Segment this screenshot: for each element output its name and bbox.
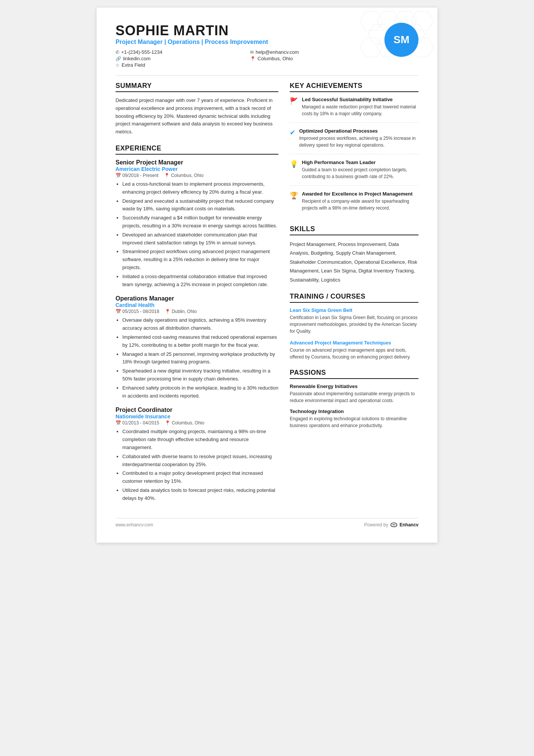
calendar-icon-1: 📅 — [116, 173, 121, 178]
list-item: Streamlined project workflows using adva… — [122, 248, 278, 271]
avatar-initials: SM — [393, 34, 409, 46]
list-item: Coordinated multiple ongoing projects, m… — [122, 428, 278, 451]
email-value: help@enhancv.com — [256, 49, 299, 55]
training-1-title: Lean Six Sigma Green Belt — [290, 307, 418, 313]
list-item: Collaborated with diverse teams to resol… — [122, 453, 278, 469]
powered-by-text: Powered by — [364, 522, 388, 527]
resume-header: SOPHIE MARTIN Project Manager | Operatio… — [116, 23, 418, 68]
skills-text: Project Management, Process Improvement,… — [290, 240, 418, 284]
achievements-title: KEY ACHIEVEMENTS — [290, 82, 418, 92]
list-item: Utilized data analytics tools to forecas… — [122, 487, 278, 502]
achievement-1-desc: Managed a waste reduction project that l… — [302, 103, 418, 117]
passion-1-desc: Passionate about implementing sustainabl… — [290, 390, 418, 404]
achievement-2-desc: Improved process workflows, achieving a … — [299, 135, 418, 149]
achievements-list: 🚩 Led Successful Sustainability Initiati… — [290, 97, 418, 217]
job-1-title: Senior Project Manager — [116, 159, 278, 166]
list-item: Initiated a cross-departmental collabora… — [122, 273, 278, 289]
location-icon: 📍 — [250, 56, 256, 61]
linkedin-value: linkedin.com — [123, 56, 150, 61]
header-divider — [116, 75, 418, 76]
passion-1-title: Renewable Energy Initiatives — [290, 383, 418, 389]
location-value: Columbus, Ohio — [258, 56, 293, 61]
resume-footer: www.enhancv.com Powered by Enhancv — [116, 518, 418, 527]
pin-icon-3: 📍 — [165, 420, 170, 426]
candidate-title: Project Manager | Operations | Process I… — [116, 39, 373, 45]
job-1-bullets: Led a cross-functional team to implement… — [116, 180, 278, 288]
job-3-bullets: Coordinated multiple ongoing projects, m… — [116, 428, 278, 502]
achievement-1-title: Led Successful Sustainability Initiative — [302, 97, 418, 102]
contact-info: ✆ +1-(234)-555-1234 ✉ help@enhancv.com 🔗… — [116, 49, 373, 68]
achievement-2: ✔ Optimized Operational Processes Improv… — [290, 128, 418, 154]
passions-title: PASSIONS — [290, 369, 418, 379]
achievement-3-desc: Guided a team to exceed project completi… — [302, 166, 418, 180]
passion-1: Renewable Energy Initiatives Passionate … — [290, 383, 418, 404]
list-item: Led a cross-functional team to implement… — [122, 180, 278, 196]
pin-icon-1: 📍 — [164, 173, 170, 178]
bulb-icon: 💡 — [290, 160, 298, 180]
candidate-name: SOPHIE MARTIN — [116, 23, 373, 39]
achievement-4-title: Awarded for Excellence in Project Manage… — [302, 191, 418, 197]
calendar-icon-3: 📅 — [116, 420, 121, 426]
job-1-company: American Electric Power — [116, 166, 278, 172]
left-column: SUMMARY Dedicated project manager with o… — [116, 82, 278, 510]
calendar-icon-2: 📅 — [116, 309, 121, 314]
achievement-2-title: Optimized Operational Processes — [299, 128, 418, 134]
training-1: Lean Six Sigma Green Belt Certification … — [290, 307, 418, 335]
job-2-location: 📍 Dublin, Ohio — [165, 309, 197, 314]
phone-icon: ✆ — [116, 50, 119, 55]
list-item: Enhanced safety protocols in the workpla… — [122, 384, 278, 400]
skills-section: SKILLS Project Management, Process Impro… — [290, 225, 418, 284]
list-item: Developed an advanced stakeholder commun… — [122, 231, 278, 247]
training-section: TRAINING / COURSES Lean Six Sigma Green … — [290, 293, 418, 360]
job-2-meta: 📅 05/2015 - 08/2018 📍 Dublin, Ohio — [116, 309, 278, 314]
enhancv-logo-icon — [390, 522, 398, 527]
job-3-title: Project Coordinator — [116, 407, 278, 413]
checkmark-icon: ✔ — [290, 128, 295, 149]
list-item: Successfully managed a $4 million budget… — [122, 214, 278, 230]
achievement-4: 🏆 Awarded for Excellence in Project Mana… — [290, 191, 418, 217]
job-2-company: Cardinal Health — [116, 302, 278, 308]
pin-icon-2: 📍 — [165, 309, 170, 314]
achievement-3-title: High Performance Team Leader — [302, 160, 418, 165]
extra-value: Extra Field — [122, 62, 145, 68]
job-3-meta: 📅 01/2013 - 04/2015 📍 Columbus, Ohio — [116, 420, 278, 426]
main-content: SUMMARY Dedicated project manager with o… — [116, 82, 418, 510]
resume-page: SOPHIE MARTIN Project Manager | Operatio… — [97, 8, 437, 543]
achievement-2-content: Optimized Operational Processes Improved… — [299, 128, 418, 149]
linkedin-icon: 🔗 — [116, 56, 121, 61]
list-item: Contributed to a major policy developmen… — [122, 470, 278, 485]
job-3-location: 📍 Columbus, Ohio — [165, 420, 204, 426]
list-item: Designed and executed a sustainability p… — [122, 197, 278, 213]
location-contact: 📍 Columbus, Ohio — [250, 56, 373, 61]
job-1-location: 📍 Columbus, Ohio — [164, 173, 203, 178]
list-item: Spearheaded a new digital inventory trac… — [122, 367, 278, 383]
training-title: TRAINING / COURSES — [290, 293, 418, 303]
achievements-section: KEY ACHIEVEMENTS 🚩 Led Successful Sustai… — [290, 82, 418, 217]
list-item: Managed a team of 25 personnel, improvin… — [122, 351, 278, 366]
footer-brand: Powered by Enhancv — [364, 522, 418, 527]
passion-2-title: Technology Integration — [290, 409, 418, 414]
list-item: Implemented cost-saving measures that re… — [122, 333, 278, 349]
experience-title: EXPERIENCE — [116, 144, 278, 155]
phone-value: +1-(234)-555-1234 — [121, 49, 162, 55]
trophy-icon: 🏆 — [290, 191, 298, 211]
job-1-date: 📅 09/2018 - Present — [116, 173, 158, 178]
job-2-title: Operations Manager — [116, 295, 278, 302]
job-2: Operations Manager Cardinal Health 📅 05/… — [116, 295, 278, 400]
summary-text: Dedicated project manager with over 7 ye… — [116, 97, 278, 136]
achievement-3-content: High Performance Team Leader Guided a te… — [302, 160, 418, 180]
avatar: SM — [384, 23, 418, 57]
linkedin-contact: 🔗 linkedin.com — [116, 56, 239, 61]
job-3-date: 📅 01/2013 - 04/2015 — [116, 420, 159, 426]
phone-contact: ✆ +1-(234)-555-1234 — [116, 49, 239, 55]
job-3: Project Coordinator Nationwide Insurance… — [116, 407, 278, 502]
job-1: Senior Project Manager American Electric… — [116, 159, 278, 288]
passion-2: Technology Integration Engaged in explor… — [290, 409, 418, 429]
summary-section: SUMMARY Dedicated project manager with o… — [116, 82, 278, 136]
summary-title: SUMMARY — [116, 82, 278, 92]
passions-section: PASSIONS Renewable Energy Initiatives Pa… — [290, 369, 418, 429]
footer-website: www.enhancv.com — [116, 522, 153, 527]
right-column: KEY ACHIEVEMENTS 🚩 Led Successful Sustai… — [290, 82, 418, 510]
email-icon: ✉ — [250, 50, 254, 55]
training-1-desc: Certification in Lean Six Sigma Green Be… — [290, 314, 418, 335]
